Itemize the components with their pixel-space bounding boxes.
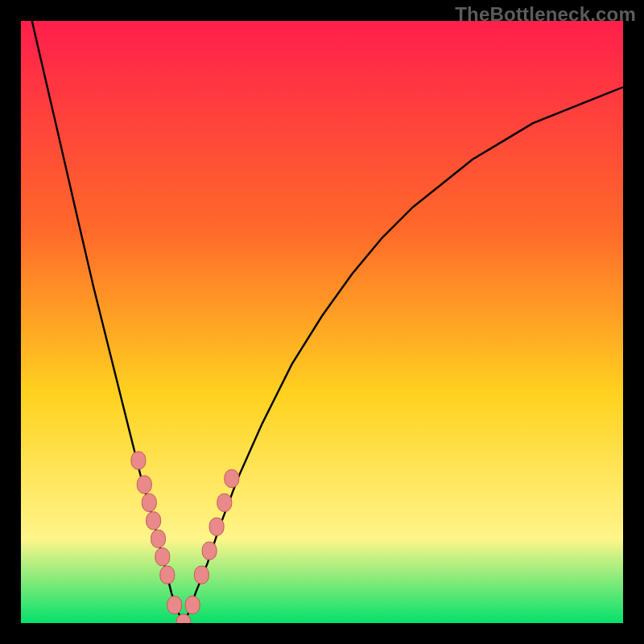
marker-point: [167, 597, 182, 614]
marker-point: [131, 452, 146, 469]
marker-point: [142, 493, 156, 511]
marker-point: [217, 493, 232, 511]
plot-area: [21, 21, 623, 623]
marker-point: [202, 542, 217, 559]
marker-point: [155, 548, 170, 566]
marker-point: [225, 470, 239, 488]
gradient-bg: [21, 21, 623, 623]
plot-svg: [21, 21, 623, 623]
marker-point: [137, 476, 151, 493]
marker-point: [209, 518, 224, 535]
marker-point: [151, 530, 166, 547]
marker-point: [185, 597, 200, 614]
marker-point: [160, 566, 175, 584]
marker-point: [194, 566, 208, 584]
watermark-text: TheBottleneck.com: [455, 3, 636, 26]
outer-frame: TheBottleneck.com: [0, 0, 644, 644]
marker-point: [147, 512, 161, 530]
